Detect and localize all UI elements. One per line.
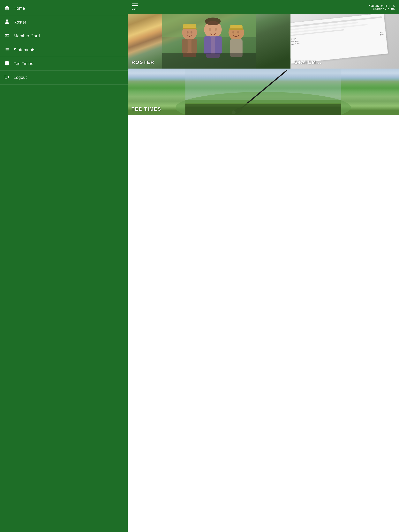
sidebar-item-roster-label: Roster — [14, 20, 26, 25]
svg-rect-0 — [6, 35, 7, 36]
home-icon — [4, 5, 10, 12]
svg-rect-13 — [182, 39, 188, 53]
statements-card-label: STATEM... — [290, 56, 399, 69]
sidebar: Home Roster Member Card — [0, 0, 128, 532]
statements-bg: Charge Amount Pa... $0.00 Amount Paid $0… — [290, 14, 399, 69]
sidebar-item-statements[interactable]: Statements — [0, 43, 128, 57]
roster-card-label: ROSTER — [128, 56, 290, 69]
svg-point-27 — [237, 31, 239, 33]
brand-name: Summit Hills — [369, 4, 395, 8]
svg-rect-2 — [6, 36, 7, 36]
list-icon — [4, 47, 10, 53]
svg-rect-24 — [229, 28, 243, 30]
person-icon — [4, 19, 10, 25]
roster-bg: ROSTER — [128, 14, 290, 69]
svg-point-20 — [215, 28, 217, 31]
sidebar-item-home[interactable]: Home — [0, 1, 128, 15]
tee-times-card-label: TEE TIMES — [128, 103, 399, 115]
sidebar-item-logout[interactable]: Logout — [0, 71, 128, 84]
svg-rect-17 — [204, 36, 211, 54]
svg-rect-9 — [183, 28, 197, 29]
logout-icon — [4, 74, 10, 81]
top-cards-row: ROSTER Charge Amoun — [128, 14, 399, 69]
menu-button[interactable]: MENU — [131, 4, 138, 11]
content-area: ROSTER Charge Amoun — [128, 14, 399, 532]
bottom-white-area — [128, 115, 399, 532]
statements-card[interactable]: Charge Amount Pa... $0.00 Amount Paid $0… — [290, 14, 399, 69]
sidebar-item-tee-times[interactable]: Tee Times — [0, 57, 128, 71]
roster-card[interactable]: ROSTER — [128, 14, 290, 69]
main-content: MENU Summit Hills Country Club — [128, 0, 399, 532]
svg-point-26 — [232, 31, 234, 33]
svg-point-12 — [191, 31, 193, 33]
brand-sub: Country Club — [369, 8, 395, 10]
svg-rect-1 — [6, 36, 7, 36]
card-icon — [4, 33, 10, 39]
sidebar-item-tee-times-label: Tee Times — [14, 61, 33, 66]
svg-point-19 — [209, 28, 211, 31]
sidebar-item-roster[interactable]: Roster — [0, 15, 128, 29]
topbar: MENU Summit Hills Country Club — [128, 0, 399, 14]
svg-point-21 — [205, 18, 221, 25]
menu-lines-icon — [132, 4, 138, 7]
sidebar-item-home-label: Home — [14, 6, 25, 11]
svg-point-4 — [7, 64, 7, 64]
tee-times-bg: TEE TIMES — [128, 69, 399, 115]
sidebar-item-statements-label: Statements — [14, 47, 35, 52]
svg-point-11 — [187, 31, 189, 33]
sidebar-item-member-card-label: Member Card — [14, 33, 40, 38]
svg-rect-14 — [192, 39, 197, 53]
menu-label: MENU — [131, 8, 138, 11]
tee-times-card[interactable]: TEE TIMES — [128, 69, 399, 115]
svg-rect-18 — [215, 36, 222, 54]
svg-point-3 — [6, 65, 9, 65]
sidebar-item-member-card[interactable]: Member Card — [0, 29, 128, 43]
sidebar-item-logout-label: Logout — [14, 75, 27, 80]
golf-icon — [4, 60, 10, 67]
brand: Summit Hills Country Club — [369, 4, 395, 10]
sidebar-nav: Home Roster Member Card — [0, 0, 128, 84]
